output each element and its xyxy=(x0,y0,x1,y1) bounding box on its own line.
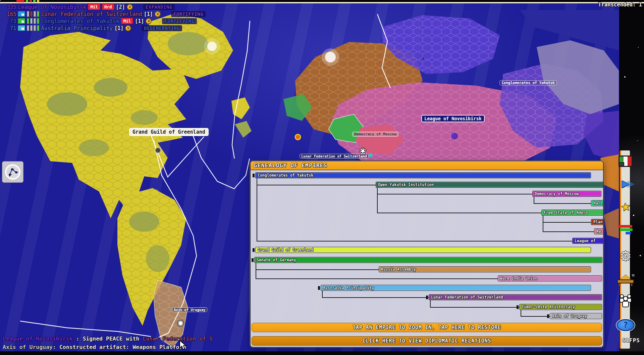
empire-row-australia-principality[interactable]: 71Australia Principality[1]WDEGENERATING xyxy=(2,25,244,32)
genealogy-bar-plan[interactable]: Plan xyxy=(591,219,604,225)
empire-row-lunar-federation-of-switzerland[interactable]: 165Lunar Federation of Switzerland[1]WFO… xyxy=(2,10,244,17)
genealogy-bar-hall[interactable]: Hall xyxy=(591,200,604,206)
badge-mil: Mil xyxy=(88,4,100,10)
flags-button[interactable] xyxy=(616,152,635,171)
tree-bullet xyxy=(252,258,254,262)
badge-hrd: Hrd xyxy=(102,4,114,10)
sandbox-icon: ⚒ xyxy=(617,274,634,286)
star-icon: ★ xyxy=(620,197,631,214)
wonder-coin-icon: W xyxy=(146,18,152,24)
empire-name: Conglomerates of Yakutsk xyxy=(41,18,119,25)
statistics-button[interactable] xyxy=(616,220,635,239)
help-icon: ? xyxy=(616,319,635,331)
empire-status: FORTIFYING xyxy=(162,18,197,24)
tree-bullet xyxy=(253,248,255,252)
map-label-grand-guild-of-greenland[interactable]: Grand Guild of Greenland xyxy=(129,128,209,136)
transcended-counter: Transcended: 1 xyxy=(598,2,642,8)
empire-name: Australia Principality xyxy=(41,25,113,32)
map-label-league-of-novosibirsk[interactable]: League of Novosibirsk xyxy=(421,115,485,122)
map-label-axis-of-uruguay[interactable]: Axis of Uruguay xyxy=(172,307,207,312)
population-icon xyxy=(618,294,634,308)
genealogy-panel: GENEALOGY OF EMPIRES Conglomerates of Ya… xyxy=(250,161,604,348)
empire-list: 335League of NovosibirskMilHrd[2]WEXPAND… xyxy=(2,0,244,32)
wonder-coin-icon: W xyxy=(125,25,131,31)
empire-name: Lunar Federation of Switzerland xyxy=(41,11,142,17)
stats-icon xyxy=(618,225,634,235)
empire-name: League of Novosibirsk xyxy=(18,4,86,10)
genealogy-bar-warm-india-union[interactable]: Warm India Union xyxy=(498,275,602,281)
wonder-coin-icon: W xyxy=(127,4,133,10)
genealogy-bar-russia-assembly[interactable]: Russia Assembly xyxy=(379,266,591,272)
genealogy-bar-australia-principality[interactable]: Australia Principality xyxy=(321,285,591,291)
play-icon: ▶▶ xyxy=(622,177,629,189)
empire-flag-icon xyxy=(18,11,25,17)
settings-button[interactable]: ⚙ xyxy=(616,246,635,265)
genealogy-bar-lunar-federation-of-switzerland[interactable]: Lunar Federation of Switzerland xyxy=(429,294,602,300)
empire-rank: 73 xyxy=(2,18,16,25)
genealogy-bar-rw[interactable]: Rw xyxy=(594,228,604,234)
event-log: League of Novosibirsk : Signed PEACE wit… xyxy=(3,335,250,351)
sandbox-button[interactable]: ⚒ xyxy=(616,271,635,290)
empire-stat-bars xyxy=(27,11,39,17)
tree-bullet xyxy=(547,314,549,318)
wonder-count: [2] xyxy=(116,4,125,10)
restore-view-button[interactable]: TAP AN EMPIRE TO ZOOM IN, TAP HERE TO RE… xyxy=(252,323,602,332)
genealogy-tree: Conglomerates of YakutskOpen Yakutsk Ins… xyxy=(251,161,603,347)
tree-bullet xyxy=(253,174,255,177)
map-label-lunar-federation[interactable]: Lunar Federation of Switzerland xyxy=(300,154,369,159)
empire-rank: 335 xyxy=(2,4,16,10)
badge-mil: Mil xyxy=(121,18,133,24)
empire-status: DEGENERATING xyxy=(142,25,182,31)
genealogy-bar-axis-of-uruguay[interactable]: Axis of Uruguay xyxy=(550,313,602,319)
empire-status: EXPANDING xyxy=(143,4,175,10)
event-message: League of Novosibirsk : Signed PEACE wit… xyxy=(3,335,250,343)
pickaxe-icon: ⚒ xyxy=(632,272,635,278)
empire-row-conglomerates-of-yakutsk[interactable]: 73Conglomerates of YakutskMil[1]WFORTIFY… xyxy=(2,17,244,25)
genealogy-bar-senate-of-germany[interactable]: Senate of Germany xyxy=(254,257,602,263)
galaxy-view-button[interactable] xyxy=(2,161,23,183)
genealogy-bar-open-yakutsk-institution[interactable]: Open Yakutsk Institution xyxy=(376,182,604,188)
empire-rank: 165 xyxy=(2,11,16,17)
genealogy-bar-grand-guild-of-greenland[interactable]: Grand Guild of Greenland xyxy=(255,247,591,253)
play-speed-button[interactable]: ▶▶ xyxy=(616,174,635,193)
empire-row-league-of-novosibirsk[interactable]: 335League of NovosibirskMilHrd[2]WEXPAND… xyxy=(2,3,244,10)
population-button[interactable] xyxy=(616,292,635,310)
stars xyxy=(0,0,1,1)
genealogy-bar-conglomerates-of-yakutsk[interactable]: Conglomerates of Yakutsk xyxy=(255,172,591,178)
empire-stat-bars xyxy=(27,25,39,31)
favorites-button[interactable]: ★ xyxy=(616,196,635,215)
genealogy-bar-league-of[interactable]: League of xyxy=(572,238,604,244)
empire-rank: 71 xyxy=(2,25,16,32)
empire-flag-icon xyxy=(18,18,25,24)
event-message: Axis of Uruguay: Constructed artifact: W… xyxy=(3,343,250,351)
gear-icon: ⚙ xyxy=(621,247,631,264)
empire-flag-icon xyxy=(18,25,25,31)
wonder-count: [1] xyxy=(135,18,144,24)
wonder-count: [1] xyxy=(144,11,153,17)
diplomatic-relations-button[interactable]: CLICK HERE TO VIEW DIPLOMATIC RELATIONS xyxy=(252,336,602,346)
tree-bullet xyxy=(318,286,320,290)
tree-bullet xyxy=(517,305,519,309)
help-button[interactable]: ? xyxy=(616,316,635,335)
constellation-icon xyxy=(3,163,22,181)
genealogy-bar-free-state-of-adero[interactable]: Free State of Adero xyxy=(541,210,604,216)
fps-counter: 61FPS xyxy=(616,337,640,344)
tree-bullet xyxy=(426,296,428,299)
genealogy-bar-timor-leste-aristocracy[interactable]: Timor-Leste Aristocracy xyxy=(519,304,602,310)
wonder-count: [1] xyxy=(114,25,123,31)
bottom-bar xyxy=(0,351,644,355)
empire-stat-bars xyxy=(27,18,39,24)
map-label-democracy-of-moscow[interactable]: Democracy of Moscow xyxy=(352,132,398,137)
genealogy-bar-democracy-of-moscow[interactable]: Democracy of Moscow xyxy=(532,191,601,197)
empire-status: FORTIFYING xyxy=(171,11,206,17)
wonder-coin-icon: W xyxy=(155,11,161,17)
map-label-conglomerates-of-yakutsk[interactable]: Conglomerates of Yakutsk xyxy=(499,80,557,85)
flag-icon xyxy=(619,156,633,167)
